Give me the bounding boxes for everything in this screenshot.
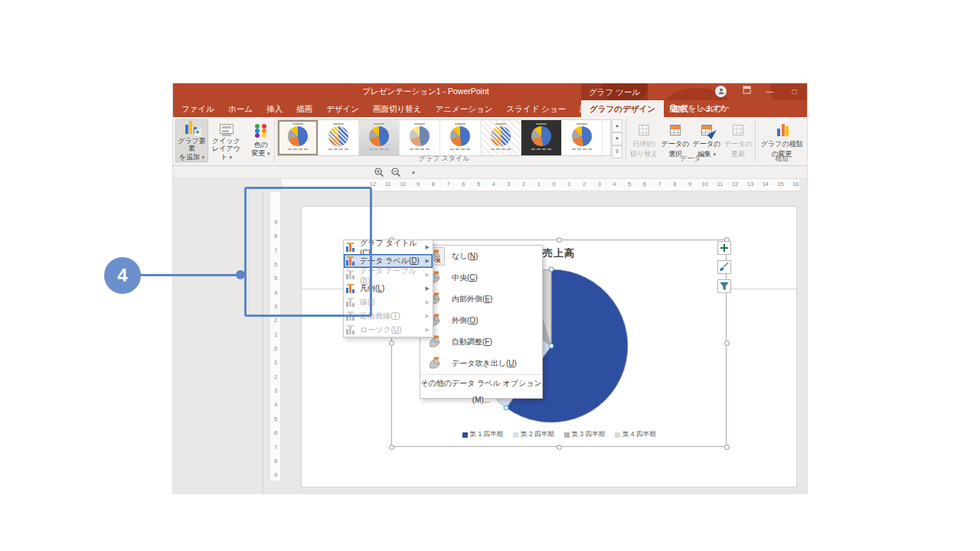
ruler-tick: · [648, 181, 656, 187]
data-labels-submenu: なし(N)中央(C)内部外側(E)外側(O)自動調整(F)データ吹き出し(U)そ… [420, 245, 543, 399]
submenu-arrow-icon: ▶ [426, 313, 430, 319]
menu-item-label: ローソク(U) [360, 324, 402, 335]
ruler-tick: · [422, 181, 430, 187]
tab-home[interactable]: ホーム [221, 100, 260, 117]
v-ruler-number: 8 [270, 230, 281, 243]
qat-customize-button[interactable]: ▾ [407, 167, 420, 178]
submenu-item-data-callout[interactable]: データ吹き出し(U) [420, 353, 542, 374]
selection-handle[interactable] [557, 237, 562, 243]
v-ruler-number: 1 [270, 328, 281, 342]
tab-animations[interactable]: アニメーション [428, 100, 499, 117]
annotation-connector-line [140, 274, 241, 276]
submenu-item-best-fit[interactable]: 自動調整(F) [420, 331, 542, 353]
submenu-arrow-icon: ▶ [426, 327, 430, 333]
gallery-scroll-up-button[interactable]: ▲ [612, 119, 622, 132]
add-chart-element-button[interactable]: +グラフ要素を追加 ▾ [175, 119, 208, 162]
chart-styles-button[interactable] [717, 260, 731, 274]
menu-item-label: 線(I) [360, 297, 374, 308]
selection-handle[interactable] [389, 445, 394, 450]
title-bar: プレゼンテーション1 - PowerPoint グラフ ツール — □ [173, 83, 807, 100]
v-ruler-number: 5 [270, 412, 281, 426]
chart-title-icon [346, 243, 356, 252]
chart-style-thumbnail-7[interactable] [521, 120, 562, 155]
v-ruler-number: 6 [270, 426, 281, 440]
ruler-tick: · [407, 181, 414, 187]
ruler-tick: · [603, 181, 611, 187]
submenu-item-more-options[interactable]: その他のデータ ラベル オプション(M)... [420, 374, 542, 392]
v-ruler-number: 8 [270, 455, 281, 468]
change-colors-button[interactable]: 色の変更 ▾ [244, 119, 277, 162]
type-group-label: 種類 [758, 154, 805, 164]
chart-legend[interactable]: 第 1 四半期第 2 四半期第 3 四半期第 4 四半期 [392, 430, 726, 439]
v-ruler-number: 7 [270, 244, 281, 258]
chart-style-thumbnail-1[interactable] [278, 120, 318, 155]
add-chart-element-menu: グラフ タイトル(C)▶データ ラベル(D)▶データ テーブル(B)▶凡例(L)… [343, 240, 433, 337]
chart-filters-button[interactable] [717, 279, 731, 293]
chart-style-thumbnail-6[interactable] [481, 120, 521, 155]
legend-item[interactable]: 第 3 四半期 [564, 430, 605, 439]
chart-style-thumbnail-4[interactable] [400, 120, 440, 155]
chart-style-thumbnail-8[interactable] [562, 120, 603, 155]
v-ruler-number: 2 [270, 370, 281, 384]
menu-item-trendline: 近似曲線(T)▶ [344, 309, 433, 323]
ribbon-tab-row: ファイルホーム挿入描画デザイン画面切り替えアニメーションスライド ショー記録校閲… [173, 100, 807, 117]
tab-draw[interactable]: 描画 [289, 100, 319, 117]
tab-transitions[interactable]: 画面切り替え [366, 100, 429, 117]
brush-icon [718, 261, 730, 273]
minimize-button[interactable]: — [764, 86, 776, 97]
ribbon-display-options-button[interactable] [741, 86, 753, 97]
tab-slideshow[interactable]: スライド ショー [499, 100, 573, 117]
chart-style-thumbnail-2[interactable] [318, 120, 359, 155]
ruler-tick: · [528, 181, 535, 187]
menu-item-legend[interactable]: 凡例(L)▶ [344, 282, 433, 295]
tab-design[interactable]: デザイン [319, 100, 366, 117]
tab-insert[interactable]: 挿入 [260, 100, 289, 117]
account-avatar[interactable] [715, 86, 727, 97]
submenu-item-outside-end[interactable]: 外側(O) [420, 310, 542, 331]
legend-marker [513, 432, 518, 438]
tab-file[interactable]: ファイル [175, 100, 221, 117]
selection-handle[interactable] [557, 445, 562, 450]
ruler-tick: · [482, 181, 490, 187]
chart-elements-button[interactable] [717, 241, 731, 255]
ruler-tick: · [739, 181, 746, 187]
zoom-in-icon[interactable] [374, 167, 386, 178]
menu-item-chart-title[interactable]: グラフ タイトル(C)▶ [344, 240, 433, 254]
submenu-arrow-icon: ▶ [426, 299, 430, 305]
selection-handle[interactable] [724, 445, 730, 450]
quick-layout-button[interactable]: クイックレイアウト ▾ [210, 119, 243, 162]
maximize-button[interactable]: □ [789, 86, 800, 97]
selection-handle[interactable] [389, 341, 394, 346]
tell-me-box[interactable]: 何をしますか [669, 100, 729, 117]
v-ruler-number: 3 [270, 300, 281, 314]
zoom-out-icon[interactable] [390, 167, 403, 178]
ruler-tick: · [694, 181, 701, 187]
submenu-item-inside-end[interactable]: 内部外側(E) [420, 289, 542, 310]
pie-selection-dot [504, 405, 509, 410]
legend-item[interactable]: 第 1 四半期 [462, 430, 503, 439]
submenu-item-center[interactable]: 中央(C) [420, 267, 542, 289]
legend-item[interactable]: 第 2 四半期 [513, 430, 554, 439]
chart-style-thumbnail-3[interactable] [359, 120, 400, 155]
gallery-more-button[interactable]: ⊽ [612, 145, 622, 158]
v-ruler-number: 4 [270, 398, 281, 412]
h-ruler-number: 3 [505, 181, 512, 187]
tab-chart-design[interactable]: グラフのデザイン [581, 100, 664, 117]
ruler-tick: · [633, 181, 641, 187]
gallery-scroll-down-button[interactable]: ▼ [612, 132, 622, 145]
ruler-tick: · [709, 181, 717, 187]
menu-item-label: 凡例(L) [360, 283, 384, 294]
ruler-tick: · [392, 181, 400, 187]
quick-access-toolbar: ▾ [173, 166, 807, 179]
h-ruler-number: 11 [717, 181, 724, 187]
chart-style-thumbnail-5[interactable] [440, 120, 481, 155]
legend-label: 第 3 四半期 [572, 430, 605, 439]
h-ruler-number: 8 [430, 181, 437, 187]
h-ruler-number: 11 [384, 181, 392, 187]
h-ruler-number: 9 [414, 181, 422, 187]
selection-handle[interactable] [724, 341, 730, 346]
legend-item[interactable]: 第 4 四半期 [615, 430, 655, 439]
horizontal-ruler: 12·11·10·9·8·7·6·5·4·3·2·1·0·1·2·3·4·5·6… [282, 179, 799, 191]
ruler-tick: · [754, 181, 762, 187]
submenu-item-none[interactable]: なし(N) [420, 246, 542, 267]
